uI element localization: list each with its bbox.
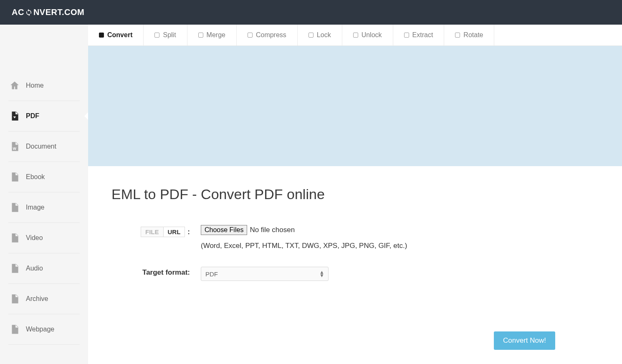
source-label-col: FILE URL : — [111, 225, 201, 237]
action-tabs: ConvertSplitMergeCompressLockUnlockExtra… — [88, 25, 622, 46]
archive-icon — [8, 293, 21, 304]
target-format-select[interactable]: PDF — [201, 267, 329, 281]
sidebar-item-document[interactable]: WDocument — [8, 131, 80, 162]
sidebar-item-ebook[interactable]: Ebook — [8, 162, 80, 192]
checkbox-icon — [353, 33, 358, 38]
source-label-sep: : — [187, 228, 190, 236]
row-source: FILE URL : Choose Files No file chosen (… — [111, 225, 599, 250]
page-title: EML to PDF - Convert PDF online — [111, 186, 599, 202]
sidebar-item-label: Image — [26, 204, 44, 211]
topbar: AC NVERT.COM — [0, 0, 622, 25]
video-icon — [8, 233, 21, 243]
logo-text-post: NVERT.COM — [33, 8, 84, 17]
sidebar-item-audio[interactable]: Audio — [8, 253, 80, 284]
sidebar-item-label: Video — [26, 234, 43, 242]
tab-merge[interactable]: Merge — [187, 25, 237, 46]
tab-label: Convert — [107, 31, 132, 39]
tab-compress[interactable]: Compress — [237, 25, 298, 46]
logo-text-pre: AC — [12, 8, 24, 17]
checkbox-icon — [198, 33, 203, 38]
tab-split[interactable]: Split — [144, 25, 187, 46]
sidebar-item-pdf[interactable]: PDF — [8, 101, 80, 131]
tab-label: Unlock — [362, 31, 382, 39]
checkbox-icon — [154, 33, 159, 38]
tab-rotate[interactable]: Rotate — [444, 25, 494, 46]
tab-label: Split — [163, 31, 176, 39]
refresh-icon — [25, 9, 33, 16]
checkbox-icon — [404, 33, 409, 38]
home-icon — [8, 80, 21, 91]
sidebar-item-image[interactable]: Image — [8, 192, 80, 223]
content: EML to PDF - Convert PDF online FILE URL… — [88, 166, 622, 281]
sidebar-item-webpage[interactable]: Webpage — [8, 314, 80, 345]
source-value-col: Choose Files No file chosen (Word, Excel… — [201, 225, 407, 250]
checkbox-icon — [99, 33, 104, 38]
checkbox-icon — [308, 33, 314, 38]
image-icon — [8, 202, 21, 213]
sidebar-item-label: PDF — [26, 112, 39, 120]
main: ConvertSplitMergeCompressLockUnlockExtra… — [88, 25, 622, 364]
choose-files-button[interactable]: Choose Files — [201, 225, 247, 235]
sidebar: HomePDFWDocumentEbookImageVideoAudioArch… — [0, 25, 88, 364]
no-file-chosen-text: No file chosen — [250, 226, 295, 234]
site-logo[interactable]: AC NVERT.COM — [12, 8, 84, 17]
webpage-icon — [8, 324, 21, 335]
tab-label: Rotate — [463, 31, 483, 39]
row-target-format: Target format: PDF ▲▼ — [111, 267, 599, 281]
sidebar-item-label: Document — [26, 143, 56, 150]
sidebar-item-label: Webpage — [26, 326, 54, 333]
checkbox-icon — [455, 33, 460, 38]
file-types-hint: (Word, Excel, PPT, HTML, TXT, DWG, XPS, … — [201, 242, 407, 250]
checkbox-icon — [248, 33, 253, 38]
sidebar-item-label: Ebook — [26, 173, 45, 181]
document-icon: W — [8, 141, 21, 152]
source-tab-url[interactable]: URL — [163, 227, 185, 237]
convert-now-button[interactable]: Convert Now! — [494, 331, 555, 350]
tab-extract[interactable]: Extract — [393, 25, 445, 46]
target-format-value-col: PDF ▲▼ — [201, 267, 329, 281]
ad-placeholder — [88, 46, 622, 166]
tab-lock[interactable]: Lock — [298, 25, 342, 46]
pdf-icon — [8, 111, 21, 121]
sidebar-item-archive[interactable]: Archive — [8, 284, 80, 314]
audio-icon — [8, 263, 21, 274]
sidebar-item-label: Archive — [26, 295, 48, 303]
target-format-label: Target format: — [111, 267, 201, 277]
tab-label: Extract — [412, 31, 433, 39]
tab-label: Compress — [256, 31, 286, 39]
tab-label: Merge — [207, 31, 225, 39]
source-tab-file[interactable]: FILE — [141, 227, 164, 237]
file-picker: Choose Files No file chosen — [201, 225, 407, 235]
tab-label: Lock — [317, 31, 331, 39]
ebook-icon — [8, 172, 21, 182]
sidebar-item-home[interactable]: Home — [8, 71, 80, 101]
sidebar-item-label: Home — [26, 82, 44, 89]
sidebar-item-video[interactable]: Video — [8, 223, 80, 253]
svg-point-1 — [13, 207, 14, 208]
tab-unlock[interactable]: Unlock — [342, 25, 393, 46]
svg-text:W: W — [13, 147, 17, 151]
tab-convert[interactable]: Convert — [88, 25, 144, 46]
sidebar-item-label: Audio — [26, 265, 43, 272]
